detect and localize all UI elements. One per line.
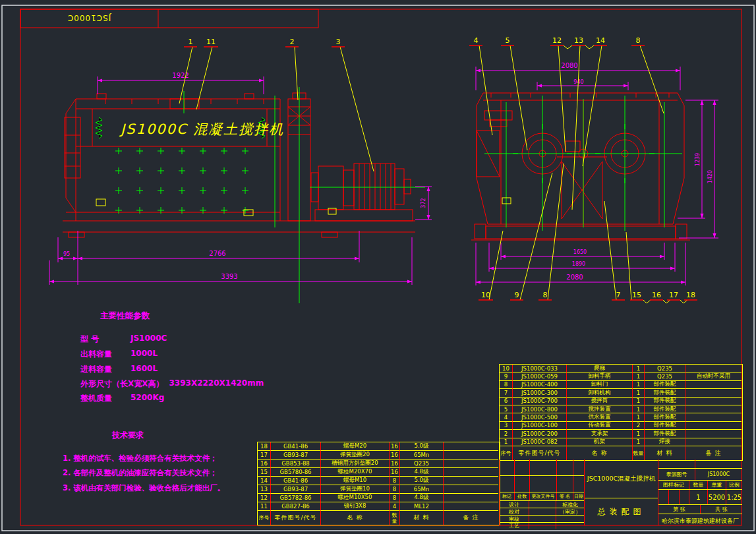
callout-13: 13 — [574, 36, 583, 45]
callout-5: 5 — [506, 36, 510, 45]
callout-3: 3 — [336, 38, 341, 46]
bom-qty: 1 — [633, 413, 645, 421]
bom-remark — [444, 494, 498, 502]
callout-8-bottom: 8 — [543, 291, 548, 299]
bom-material: 65Mn — [400, 451, 444, 460]
bom-no: 5 — [500, 405, 513, 413]
dim-right-height-total: 1420 — [707, 170, 713, 183]
rev-date-label: 日期 — [573, 492, 584, 500]
bom-material: 4.8级 — [400, 494, 444, 502]
rev-empty-cell — [515, 476, 530, 492]
bom-remark: 自动时不采用 — [685, 372, 741, 380]
bom-qty: 8 — [390, 494, 400, 502]
qty-label: 数量 — [689, 481, 708, 489]
role-empty-cell — [529, 501, 556, 508]
bom-code: GB827-86 — [271, 502, 321, 511]
role-empty-cell — [529, 523, 556, 529]
role-empty-cell — [529, 516, 556, 522]
bom-header-remark: 备 注 — [685, 446, 741, 460]
bom-no: 12 — [258, 494, 271, 502]
param-value: 3393X2220X1420mm — [169, 378, 264, 390]
rev-empty-cell — [573, 460, 584, 475]
bom-material: 65Mn — [400, 485, 444, 494]
rev-count-label: 处数 — [515, 492, 530, 500]
right-view-body — [471, 93, 690, 240]
bom-lower-table: 18GB41-86螺母M20165.0级 17GB93-87弹簧垫圈201665… — [257, 442, 500, 525]
param-discharge: 出料容量 1000L — [80, 349, 158, 360]
role-check-label: 校对 — [500, 508, 529, 515]
title-block-info-area: 泰源图号 JS1000C 图样标记 数量 单重 比例 1 5200 1:25 第… — [658, 460, 742, 525]
bom-qty: 1 — [633, 438, 645, 446]
dim-right-top: 2080 — [561, 62, 577, 69]
bom-no: 15 — [258, 468, 271, 477]
bom-name: 螺母M20 — [321, 442, 390, 451]
left-view-dimensions — [49, 76, 432, 285]
bom-header-no: 序号 — [258, 511, 271, 525]
role-approve-label: （审定） — [556, 508, 584, 515]
right-view-leaders-top — [479, 45, 664, 210]
role-process-label: 工艺 — [500, 523, 529, 529]
rev-docno-label: 更改文件号 — [530, 492, 557, 500]
bom-remark — [685, 365, 741, 372]
bom-remark — [444, 451, 498, 460]
rev-empty-cell — [500, 476, 515, 492]
rev-signature-label: 签 名 — [557, 492, 573, 500]
bom-code: GB5782-86 — [271, 494, 321, 502]
bom-material: ML12 — [400, 502, 444, 511]
title-block: 标记 处数 更改文件号 签 名 日期 设计 标准化 校对 （审定） 审核 工艺 … — [499, 460, 742, 525]
bom-code: GB5780-86 — [271, 468, 321, 477]
dim-right-bottom-1: 1650 — [573, 249, 587, 255]
bom-header-qty: 数量 — [390, 511, 400, 525]
param-feed: 进料容量 1600L — [80, 364, 158, 375]
param-label: 整机质量 — [80, 393, 131, 404]
bom-remark — [685, 398, 741, 405]
bom-material: 焊接 — [645, 438, 685, 446]
cad-sheet: { "corner_label": "JSC1000C", "machine_l… — [0, 0, 756, 534]
machine-label: JS1000C 混凝土搅拌机 — [119, 121, 284, 137]
callout-11: 11 — [206, 38, 216, 46]
bom-material: 部件装配 — [645, 413, 685, 421]
rev-empty-cell — [557, 460, 573, 475]
info-empty-cell — [658, 460, 695, 468]
bom-no: 18 — [258, 442, 271, 451]
bom-header-name: 名 称 — [321, 511, 390, 525]
bom-header-name: 名 称 — [567, 446, 633, 460]
bom-code: JS1000C-100 — [513, 422, 567, 430]
bom-no: 13 — [258, 485, 271, 494]
dim-right-height-inner: 1239 — [695, 153, 701, 166]
bom-remark — [685, 422, 741, 430]
bom-material: 5.0级 — [400, 442, 444, 451]
bom-material: Q235 — [645, 372, 685, 380]
param-weight: 整机质量 5200Kg — [80, 393, 164, 404]
scale-label: 比例 — [726, 481, 742, 489]
bom-no: 11 — [258, 502, 271, 511]
bom-remark — [444, 460, 498, 468]
parameters-title: 主要性能参数 — [100, 311, 150, 322]
bom-name: 搅拌装置 — [567, 405, 633, 413]
bom-remark — [685, 389, 741, 397]
bom-qty: 1 — [633, 398, 645, 405]
product-name: JSC1000C混凝土搅拌机 — [585, 460, 658, 498]
left-view-centerlines — [96, 87, 425, 303]
bom-remark — [444, 502, 498, 511]
bom-name: 槽钢用方斜垫圈20 — [321, 460, 390, 468]
bom-name: 卸料机构 — [567, 389, 633, 397]
rev-empty-cell — [530, 460, 557, 475]
qty-value: 1 — [689, 490, 708, 504]
role-empty-cell — [556, 523, 584, 529]
rev-empty-cell — [530, 476, 557, 492]
corner-stamp: JSC1000C — [20, 9, 318, 28]
bom-header-remark: 备 注 — [444, 511, 498, 525]
mark-label: 图样标记 — [658, 481, 689, 489]
bom-name: 卸料手柄 — [567, 372, 633, 380]
bom-remark — [444, 485, 498, 494]
tech-item-1: 1. 整机的试车、检验必须符合有关技术文件； — [63, 454, 218, 463]
bom-code: JS1000C-200 — [513, 430, 567, 438]
param-value: 1000L — [131, 349, 158, 360]
info-empty-cell — [695, 460, 742, 468]
bom-code: JS1000C-033 — [513, 365, 567, 372]
title-block-revision-area: 标记 处数 更改文件号 签 名 日期 设计 标准化 校对 （审定） 审核 工艺 — [500, 460, 584, 525]
bom-no: 1 — [500, 438, 513, 446]
dim-left-overhang: 95 — [63, 251, 70, 257]
bom-header-code: 零件图号/代号 — [271, 511, 321, 525]
